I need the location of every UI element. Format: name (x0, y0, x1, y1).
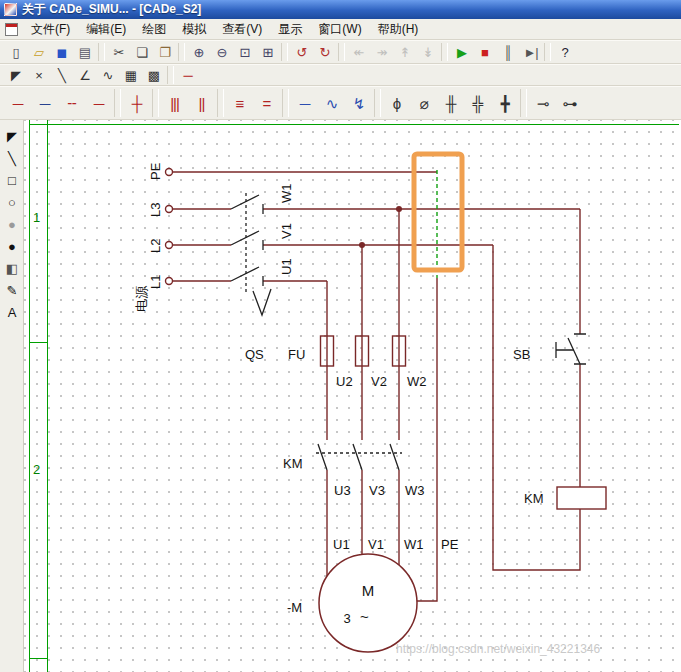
terminal-l2[interactable] (166, 242, 173, 249)
redo-button[interactable]: ↻ (313, 42, 336, 62)
motor-circle[interactable] (319, 554, 417, 652)
bus-two-tool[interactable]: = (253, 89, 280, 117)
pointer-tool[interactable]: ◤ (4, 65, 27, 85)
step-button[interactable]: ►| (519, 42, 542, 62)
cut-button[interactable]: ✂ (107, 42, 130, 62)
menu-display[interactable]: 显示 (270, 19, 310, 40)
wire-junction-tool[interactable]: ┼ (123, 89, 150, 117)
pen-tool[interactable]: ✎ (2, 281, 22, 300)
terminal-l3[interactable] (166, 206, 173, 213)
tool-icon: ↟ (400, 46, 410, 59)
sim-tool-3-button[interactable]: ↟ (393, 42, 416, 62)
motor[interactable]: M 3 ~ (319, 554, 417, 652)
pause-button[interactable]: ║ (496, 42, 519, 62)
menu-help[interactable]: 帮助(H) (370, 19, 427, 40)
control-wire-tool[interactable]: ─ (85, 89, 112, 117)
menu-draw[interactable]: 绘图 (134, 19, 174, 40)
tool-icon: ||| (170, 96, 179, 111)
terminal-left-tool[interactable]: ⊸ (529, 89, 556, 117)
zoom-out-button[interactable]: ⊖ (210, 42, 233, 62)
zoom-in-button[interactable]: ⊕ (187, 42, 210, 62)
sb-button[interactable] (556, 334, 586, 364)
fill-tool[interactable]: ◧ (2, 259, 22, 278)
km-contacts[interactable] (316, 444, 402, 470)
km-coil[interactable] (557, 487, 606, 509)
angle-line-tool[interactable]: ∠ (73, 65, 96, 85)
tool-icon: ║ (503, 46, 511, 59)
label-v1-motor: V1 (368, 537, 384, 552)
blue-wire-tool[interactable]: ─ (291, 89, 318, 117)
rectangle-tool[interactable]: □ (2, 171, 22, 190)
arrow-wire-tool[interactable]: ↯ (345, 89, 372, 117)
label-w3: W3 (405, 483, 425, 498)
circle-tool[interactable]: ○ (2, 193, 22, 212)
menu-file[interactable]: 文件(F) (23, 19, 78, 40)
tool-icon: ↺ (297, 46, 307, 59)
application-window: { "window": { "title": "关于 CADe_SIMU... … (0, 0, 681, 672)
tool-icon: ▶ (457, 46, 466, 59)
filled-circle-tool[interactable]: ● (2, 237, 22, 256)
new-button[interactable]: ▯ (4, 42, 27, 62)
sim-tool-4-button[interactable]: ↡ (416, 42, 439, 62)
menu-edit[interactable]: 编辑(E) (78, 19, 134, 40)
terminal-l1[interactable] (166, 278, 173, 285)
flex-wire-tool[interactable]: ∿ (318, 89, 345, 117)
stop-button[interactable]: ■ (473, 42, 496, 62)
pole-one-tool[interactable]: ϕ (383, 89, 410, 117)
help-button[interactable]: ? (553, 42, 576, 62)
document-window-icon[interactable] (5, 23, 18, 36)
neutral-wire-tool[interactable]: ─ (31, 89, 58, 117)
motor-letter: M (362, 582, 375, 599)
sim-tool-2-button[interactable]: ↠ (370, 42, 393, 62)
drawing-canvas[interactable]: 1 2 (24, 120, 681, 672)
contact-two-tool[interactable]: ╫ (437, 89, 464, 117)
paste-button[interactable]: ❐ (153, 42, 176, 62)
open-button[interactable]: ▱ (27, 42, 50, 62)
separator (544, 43, 551, 61)
wire-pe-to-motor[interactable] (417, 278, 437, 601)
line-tool[interactable]: ╲ (50, 65, 73, 85)
qs-switch[interactable] (231, 193, 271, 315)
menu-simulate[interactable]: 模拟 (174, 19, 214, 40)
fuses[interactable] (321, 336, 406, 366)
tool-icon: ● (8, 218, 15, 231)
three-phase-tool[interactable]: ||| (161, 89, 188, 117)
terminal-right-tool[interactable]: ⊶ (556, 89, 583, 117)
run-button[interactable]: ▶ (450, 42, 473, 62)
pole-two-tool[interactable]: ⌀ (410, 89, 437, 117)
terminal-pe[interactable] (166, 169, 173, 176)
label-w1-switch: W1 (279, 184, 294, 204)
contact-three-tool[interactable]: ╬ (464, 89, 491, 117)
menu-view[interactable]: 查看(V) (214, 19, 270, 40)
sim-tool-1-button[interactable]: ↞ (347, 42, 370, 62)
sb-blade (568, 338, 580, 364)
contact-four-tool[interactable]: ╋ (491, 89, 518, 117)
separator (98, 43, 105, 61)
erase-tool[interactable]: × (27, 65, 50, 85)
print-button[interactable]: ▤ (73, 42, 96, 62)
select-tool[interactable]: ◤ (2, 127, 22, 146)
snap-tool[interactable]: ▩ (142, 65, 165, 85)
ellipse-tool[interactable]: ● (2, 215, 22, 234)
curve-tool[interactable]: ∿ (96, 65, 119, 85)
copy-button[interactable]: ❏ (130, 42, 153, 62)
save-button[interactable]: ◼ (50, 42, 73, 62)
tool-icon: ϕ (393, 96, 400, 111)
text-tool[interactable]: A (2, 303, 22, 322)
separator (217, 89, 224, 117)
dashed-wire-tool[interactable]: ╌ (58, 89, 85, 117)
tool-icon: ◤ (7, 130, 16, 143)
zoom-window-button[interactable]: ⊡ (233, 42, 256, 62)
two-phase-tool[interactable]: || (188, 89, 215, 117)
zoom-fit-button[interactable]: ⊞ (256, 42, 279, 62)
menu-window[interactable]: 窗口(W) (310, 19, 369, 40)
line-shape-tool[interactable]: ╲ (2, 149, 22, 168)
wire-tool[interactable]: ─ (176, 65, 199, 85)
tool-icon: ╌ (67, 96, 75, 111)
bus-three-tool[interactable]: ≡ (226, 89, 253, 117)
undo-button[interactable]: ↺ (290, 42, 313, 62)
wire-coil-return[interactable] (493, 245, 580, 570)
grid-tool[interactable]: ▦ (119, 65, 142, 85)
power-wire-tool[interactable]: ─ (4, 89, 31, 117)
power-terminals[interactable] (166, 169, 173, 285)
